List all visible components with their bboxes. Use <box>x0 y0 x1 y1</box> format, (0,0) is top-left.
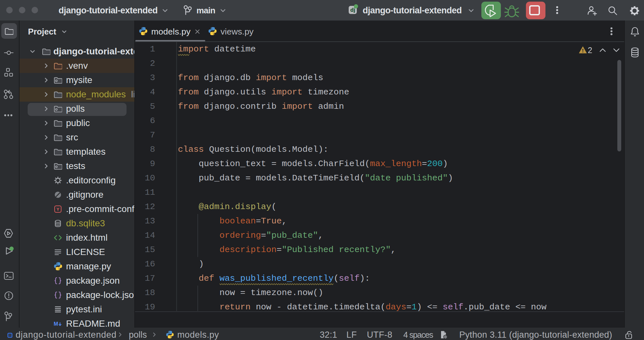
svg-text:Y: Y <box>56 207 59 212</box>
svg-text:M: M <box>54 321 58 327</box>
